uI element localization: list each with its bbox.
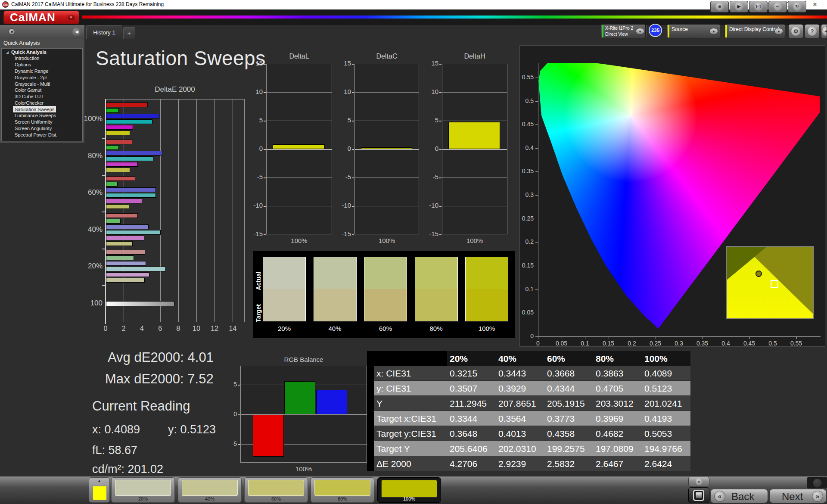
cie-y-tick <box>535 195 538 196</box>
deltal-y-tick-label: 5 <box>246 116 263 124</box>
sidebar: Quick Analysis ◢Quick AnalysisIntroducti… <box>0 39 84 143</box>
pattern-source-up-button[interactable]: ▲ <box>688 477 709 486</box>
deltah-gridline <box>442 177 507 178</box>
table-cell: 205.6406 <box>450 441 495 456</box>
deltae-bar-yellow <box>106 204 129 209</box>
deltae-x-tick-label: 2 <box>117 325 130 333</box>
deltac-gridline <box>355 121 419 121</box>
sidebar-item-color-gamut[interactable]: Color Gamut <box>2 87 82 93</box>
deltae-bar-yellow <box>106 168 130 172</box>
swatch-label: 60% <box>360 325 411 332</box>
sidebar-item-dynamic-range[interactable]: Dynamic Range <box>2 68 82 75</box>
pattern-swatch <box>248 480 304 496</box>
deltal-zero-line <box>267 149 332 150</box>
deltah-y-tick-label: 0 <box>422 145 438 152</box>
sidebar-item-grayscale-multi[interactable]: Grayscale - Multi <box>2 81 82 87</box>
step-button[interactable]: [··] <box>749 1 768 12</box>
swatch-column-80% <box>415 257 458 321</box>
pin-icon[interactable] <box>9 28 15 35</box>
deltae-plot-right-border <box>244 99 245 322</box>
sidebar-item-introduction[interactable]: Introduction <box>2 55 82 62</box>
table-cell: 0.3564 <box>498 411 544 426</box>
pattern-window-toggle[interactable]: ▲ <box>89 477 110 503</box>
swatch-label: 40% <box>309 325 361 332</box>
cie-y-tick-label: 0.25 <box>514 215 534 222</box>
cie-y-tick <box>535 266 538 266</box>
meter-dropdown[interactable]: X-Rite i1Pro 2 Direct View ▼ <box>601 24 646 38</box>
deltae-bar-red <box>106 103 148 107</box>
refresh-button[interactable]: ↻ <box>788 1 806 12</box>
deltae-gridline <box>178 99 179 322</box>
deltal-y-tick-label: -15 <box>246 230 263 237</box>
pattern-button-40%[interactable]: 40% <box>178 477 242 503</box>
deltac-zero-line <box>355 149 419 150</box>
deltae-bar-red <box>106 301 174 306</box>
deltae-bar-red <box>106 250 145 255</box>
source-dropdown[interactable]: Source ▼ <box>667 24 720 38</box>
deltal-gridline <box>267 206 332 206</box>
tree-root[interactable]: ◢Quick Analysis <box>2 49 82 55</box>
back-button[interactable]: « Back <box>710 489 768 503</box>
next-button[interactable]: Next » <box>769 489 827 503</box>
deltae-bar-cyan <box>106 156 153 161</box>
sidebar-collapse-button[interactable]: ◀ <box>72 28 81 36</box>
table-row-label: y: CIE31 <box>376 381 446 396</box>
sidebar-item-screen-angularity[interactable]: Screen Angularity <box>2 125 82 132</box>
table-col-header: 60% <box>547 353 592 365</box>
calman-menu-button[interactable]: CalMAN ▼ <box>3 11 79 24</box>
play-button[interactable]: ▶ <box>730 1 748 12</box>
panel-collapse-button[interactable]: ◀ <box>821 24 827 38</box>
display-control-dropdown[interactable]: Direct Display Control ▼ <box>724 24 785 38</box>
deltah-y-tick-label: -5 <box>422 173 438 180</box>
pattern-button-60%[interactable]: 60% <box>244 477 308 503</box>
sidebar-item-grayscale-2pt[interactable]: Grayscale - 2pt <box>2 74 82 81</box>
table-cell: 202.0310 <box>498 441 544 456</box>
deltae-bar-magenta <box>106 272 149 277</box>
deltae-bar-red <box>106 176 135 181</box>
tree-expander-icon[interactable]: ◢ <box>6 50 9 54</box>
cie-x-tick <box>609 337 609 339</box>
cie-x-tick <box>656 337 656 339</box>
cie-x-tick <box>726 337 726 339</box>
deltah-y-tick-label: 15 <box>422 59 438 67</box>
inset-target-square <box>771 280 778 288</box>
pattern-button-80%[interactable]: 80% <box>311 477 374 503</box>
reading-y: y: 0.5123 <box>168 423 216 436</box>
deltal-y-tick <box>264 177 266 178</box>
pattern-button-20%[interactable]: 20% <box>111 477 175 503</box>
pattern-button-100%[interactable]: 100% <box>377 477 441 503</box>
table-cell: 203.3012 <box>596 396 641 411</box>
deltae-bar-green <box>106 182 118 187</box>
tab-history-1[interactable]: History 1 <box>86 25 122 39</box>
deltah-gridline <box>442 92 507 93</box>
settings-button[interactable]: ⚙ <box>788 24 803 38</box>
table-cell: 2.9239 <box>498 456 544 471</box>
add-tab-button[interactable]: + <box>123 27 135 39</box>
actual-target-swatch-panel: Actual Target 20%40%60%80%100% <box>253 251 515 338</box>
sidebar-item-spectral-power-dist-[interactable]: Spectral Power Dist. <box>2 131 82 138</box>
sidebar-item-options[interactable]: Options <box>2 62 82 68</box>
deltae-bar-blue <box>106 114 159 118</box>
pattern-window-button[interactable] <box>688 487 709 503</box>
deltac-y-tick-label: -10 <box>335 202 351 209</box>
sidebar-item-colorchecker[interactable]: ColorChecker <box>2 100 82 106</box>
pattern-label: 100% <box>378 496 441 501</box>
deltae-bar-magenta <box>106 125 133 130</box>
cie-y-tick <box>535 219 538 219</box>
cie-y-tick <box>535 148 538 149</box>
help-button[interactable]: ? <box>805 24 820 38</box>
stop-button[interactable]: ■ <box>710 1 729 12</box>
deltah-y-tick <box>439 92 441 93</box>
inset-measurement-point <box>755 271 762 277</box>
cie-x-tick-label: 0.15 <box>599 340 618 347</box>
application-window: CM CalMAN 2017 CalMAN Ultimate for Busin… <box>0 0 827 504</box>
cie-x-tick-label: 0.3 <box>669 340 688 347</box>
deltae-group-label: 60% <box>65 188 103 197</box>
workflow-tree: ◢Quick AnalysisIntroductionOptionsDynami… <box>1 48 83 141</box>
sidebar-item-saturation-sweeps[interactable]: Saturation Sweeps <box>13 106 56 112</box>
deltae-gridline <box>215 99 215 322</box>
stop-frame-icon <box>693 490 704 501</box>
continuous-button[interactable]: ∞ <box>768 1 787 12</box>
close-button[interactable]: ✕ <box>808 0 822 9</box>
sidebar-item-3d-cube-lut[interactable]: 3D Cube LUT <box>2 93 82 100</box>
